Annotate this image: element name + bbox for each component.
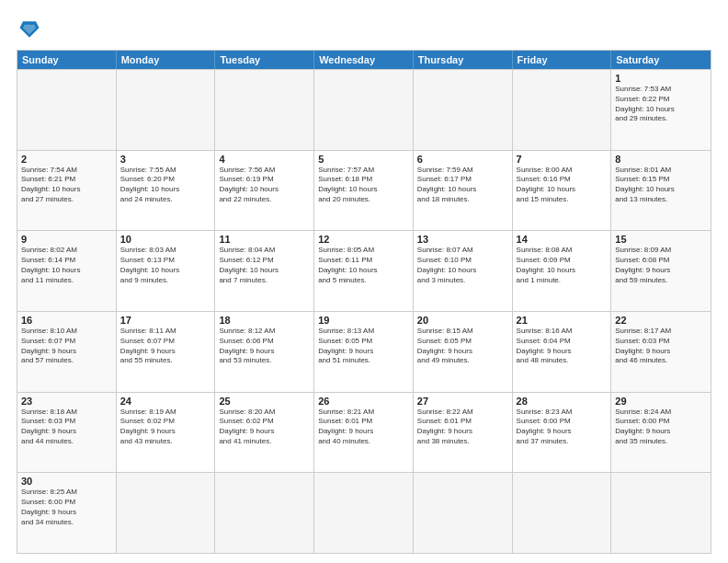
- day-number: 6: [417, 154, 508, 165]
- day-info: Sunrise: 8:19 AM Sunset: 6:02 PM Dayligh…: [120, 408, 211, 447]
- calendar-cell-27: 27Sunrise: 8:22 AM Sunset: 6:01 PM Dayli…: [414, 393, 513, 473]
- calendar-cell-empty-5-4: [414, 473, 513, 553]
- day-info: Sunrise: 8:11 AM Sunset: 6:07 PM Dayligh…: [120, 327, 211, 366]
- calendar-cell-28: 28Sunrise: 8:23 AM Sunset: 6:00 PM Dayli…: [513, 393, 612, 473]
- day-info: Sunrise: 8:01 AM Sunset: 6:15 PM Dayligh…: [615, 166, 707, 205]
- calendar-cell-29: 29Sunrise: 8:24 AM Sunset: 6:00 PM Dayli…: [611, 393, 711, 473]
- day-number: 29: [615, 396, 707, 407]
- calendar-cell-30: 30Sunrise: 8:25 AM Sunset: 6:00 PM Dayli…: [17, 473, 117, 553]
- day-number: 3: [120, 154, 211, 165]
- day-number: 13: [417, 234, 508, 245]
- calendar-cell-24: 24Sunrise: 8:19 AM Sunset: 6:02 PM Dayli…: [117, 393, 216, 473]
- day-info: Sunrise: 8:12 AM Sunset: 6:06 PM Dayligh…: [219, 327, 310, 366]
- day-info: Sunrise: 8:24 AM Sunset: 6:00 PM Dayligh…: [615, 408, 707, 447]
- calendar-cell-empty-5-1: [117, 473, 216, 553]
- calendar-cell-empty-0-1: [117, 70, 216, 150]
- calendar-week-6: 30Sunrise: 8:25 AM Sunset: 6:00 PM Dayli…: [17, 472, 711, 553]
- day-info: Sunrise: 8:16 AM Sunset: 6:04 PM Dayligh…: [517, 327, 608, 366]
- calendar-cell-15: 15Sunrise: 8:09 AM Sunset: 6:08 PM Dayli…: [611, 231, 711, 311]
- calendar-cell-empty-5-5: [513, 473, 612, 553]
- calendar-cell-empty-0-2: [215, 70, 314, 150]
- calendar-cell-22: 22Sunrise: 8:17 AM Sunset: 6:03 PM Dayli…: [611, 312, 711, 392]
- logo: [17, 17, 46, 42]
- calendar-header-monday: Monday: [117, 51, 216, 69]
- calendar-cell-empty-5-6: [611, 473, 711, 553]
- day-number: 24: [120, 396, 211, 407]
- calendar-cell-empty-0-3: [314, 70, 414, 150]
- calendar-week-4: 16Sunrise: 8:10 AM Sunset: 6:07 PM Dayli…: [17, 311, 711, 392]
- day-number: 1: [615, 73, 707, 84]
- day-number: 18: [219, 315, 310, 326]
- calendar-week-1: 1Sunrise: 7:53 AM Sunset: 6:22 PM Daylig…: [17, 69, 711, 150]
- day-info: Sunrise: 8:18 AM Sunset: 6:03 PM Dayligh…: [21, 408, 112, 447]
- day-info: Sunrise: 7:59 AM Sunset: 6:17 PM Dayligh…: [417, 166, 508, 205]
- day-number: 23: [21, 396, 112, 407]
- calendar-header-sunday: Sunday: [17, 51, 117, 69]
- calendar-cell-empty-5-3: [314, 473, 414, 553]
- day-info: Sunrise: 8:09 AM Sunset: 6:08 PM Dayligh…: [615, 246, 707, 285]
- day-number: 26: [318, 396, 409, 407]
- day-number: 4: [219, 154, 310, 165]
- day-number: 10: [120, 234, 211, 245]
- calendar-header-row: SundayMondayTuesdayWednesdayThursdayFrid…: [17, 51, 711, 69]
- day-info: Sunrise: 7:57 AM Sunset: 6:18 PM Dayligh…: [318, 166, 409, 205]
- calendar-cell-26: 26Sunrise: 8:21 AM Sunset: 6:01 PM Dayli…: [314, 393, 414, 473]
- day-info: Sunrise: 8:21 AM Sunset: 6:01 PM Dayligh…: [318, 408, 409, 447]
- day-info: Sunrise: 8:15 AM Sunset: 6:05 PM Dayligh…: [417, 327, 508, 366]
- calendar-cell-4: 4Sunrise: 7:56 AM Sunset: 6:19 PM Daylig…: [215, 151, 314, 231]
- calendar-cell-empty-0-4: [414, 70, 513, 150]
- day-number: 12: [318, 234, 409, 245]
- calendar-body: 1Sunrise: 7:53 AM Sunset: 6:22 PM Daylig…: [17, 69, 711, 553]
- calendar-cell-1: 1Sunrise: 7:53 AM Sunset: 6:22 PM Daylig…: [611, 70, 711, 150]
- calendar-cell-14: 14Sunrise: 8:08 AM Sunset: 6:09 PM Dayli…: [513, 231, 612, 311]
- day-info: Sunrise: 8:22 AM Sunset: 6:01 PM Dayligh…: [417, 408, 508, 447]
- day-info: Sunrise: 8:02 AM Sunset: 6:14 PM Dayligh…: [21, 246, 112, 285]
- day-number: 28: [517, 396, 608, 407]
- day-info: Sunrise: 8:00 AM Sunset: 6:16 PM Dayligh…: [517, 166, 608, 205]
- calendar-cell-17: 17Sunrise: 8:11 AM Sunset: 6:07 PM Dayli…: [117, 312, 216, 392]
- calendar-cell-empty-0-5: [513, 70, 612, 150]
- day-info: Sunrise: 8:10 AM Sunset: 6:07 PM Dayligh…: [21, 327, 112, 366]
- calendar-cell-18: 18Sunrise: 8:12 AM Sunset: 6:06 PM Dayli…: [215, 312, 314, 392]
- calendar-cell-20: 20Sunrise: 8:15 AM Sunset: 6:05 PM Dayli…: [414, 312, 513, 392]
- day-info: Sunrise: 7:54 AM Sunset: 6:21 PM Dayligh…: [21, 166, 112, 205]
- calendar-cell-13: 13Sunrise: 8:07 AM Sunset: 6:10 PM Dayli…: [414, 231, 513, 311]
- day-info: Sunrise: 8:03 AM Sunset: 6:13 PM Dayligh…: [120, 246, 211, 285]
- calendar-header-tuesday: Tuesday: [215, 51, 314, 69]
- day-info: Sunrise: 8:20 AM Sunset: 6:02 PM Dayligh…: [219, 408, 310, 447]
- day-number: 27: [417, 396, 508, 407]
- day-info: Sunrise: 8:04 AM Sunset: 6:12 PM Dayligh…: [219, 246, 310, 285]
- calendar-week-3: 9Sunrise: 8:02 AM Sunset: 6:14 PM Daylig…: [17, 230, 711, 311]
- calendar-header-thursday: Thursday: [414, 51, 513, 69]
- day-number: 8: [615, 154, 707, 165]
- day-number: 9: [21, 234, 112, 245]
- calendar-cell-8: 8Sunrise: 8:01 AM Sunset: 6:15 PM Daylig…: [611, 151, 711, 231]
- day-number: 15: [615, 234, 707, 245]
- page: SundayMondayTuesdayWednesdayThursdayFrid…: [0, 0, 728, 563]
- day-number: 25: [219, 396, 310, 407]
- calendar-cell-3: 3Sunrise: 7:55 AM Sunset: 6:20 PM Daylig…: [117, 151, 216, 231]
- calendar-cell-6: 6Sunrise: 7:59 AM Sunset: 6:17 PM Daylig…: [414, 151, 513, 231]
- day-info: Sunrise: 8:23 AM Sunset: 6:00 PM Dayligh…: [517, 408, 608, 447]
- calendar-cell-11: 11Sunrise: 8:04 AM Sunset: 6:12 PM Dayli…: [215, 231, 314, 311]
- day-number: 30: [21, 476, 112, 487]
- day-number: 22: [615, 315, 707, 326]
- logo-icon: [17, 17, 42, 42]
- day-number: 2: [21, 154, 112, 165]
- calendar-header-wednesday: Wednesday: [314, 51, 414, 69]
- day-number: 17: [120, 315, 211, 326]
- header: [17, 17, 711, 42]
- day-number: 11: [219, 234, 310, 245]
- day-info: Sunrise: 7:56 AM Sunset: 6:19 PM Dayligh…: [219, 166, 310, 205]
- calendar-cell-12: 12Sunrise: 8:05 AM Sunset: 6:11 PM Dayli…: [314, 231, 414, 311]
- calendar-cell-2: 2Sunrise: 7:54 AM Sunset: 6:21 PM Daylig…: [17, 151, 117, 231]
- calendar-cell-empty-0-0: [17, 70, 117, 150]
- day-number: 7: [517, 154, 608, 165]
- day-info: Sunrise: 8:05 AM Sunset: 6:11 PM Dayligh…: [318, 246, 409, 285]
- day-number: 5: [318, 154, 409, 165]
- calendar: SundayMondayTuesdayWednesdayThursdayFrid…: [17, 50, 711, 554]
- day-number: 20: [417, 315, 508, 326]
- day-info: Sunrise: 8:13 AM Sunset: 6:05 PM Dayligh…: [318, 327, 409, 366]
- calendar-header-friday: Friday: [513, 51, 612, 69]
- day-info: Sunrise: 8:17 AM Sunset: 6:03 PM Dayligh…: [615, 327, 707, 366]
